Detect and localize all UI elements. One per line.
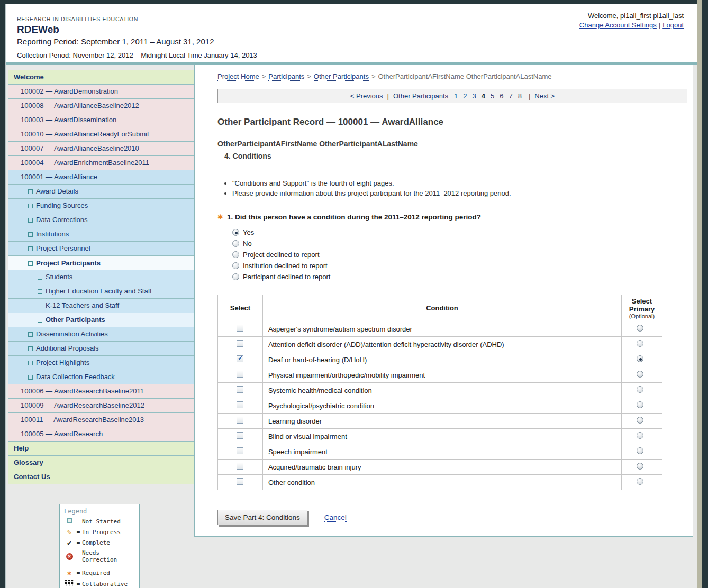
sidebar-item-welcome[interactable]: Welcome bbox=[8, 70, 195, 85]
primary-radio-selected[interactable] bbox=[637, 355, 643, 362]
primary-radio[interactable] bbox=[637, 478, 643, 485]
condition-question: ✱1. Did this person have a condition dur… bbox=[217, 213, 687, 221]
condition-checkbox[interactable] bbox=[237, 325, 243, 332]
sidebar-item-100005-awardresearch[interactable]: 100005 — AwardResearch bbox=[8, 427, 195, 442]
breadcrumb-link-participants[interactable]: Participants bbox=[268, 72, 304, 81]
breadcrumb-link-project-home[interactable]: Project Home bbox=[217, 72, 259, 81]
condition-option-no[interactable]: No bbox=[232, 240, 687, 247]
main-content: Project Home>Participants>Other Particip… bbox=[195, 65, 693, 525]
sidebar-item-label: 100010 — AwardAllianceReadyForSubmit bbox=[21, 130, 149, 138]
condition-checkbox[interactable] bbox=[237, 340, 243, 347]
condition-option-institution-declined-to-report[interactable]: Institution declined to report bbox=[232, 262, 687, 270]
radio-button[interactable] bbox=[232, 262, 239, 269]
condition-checkbox[interactable] bbox=[237, 463, 243, 470]
sidebar-item-100008-awardalliancebaseline2012[interactable]: 100008 — AwardAllianceBaseline2012 bbox=[8, 99, 195, 113]
condition-checkbox[interactable] bbox=[237, 386, 243, 393]
sidebar-item-help[interactable]: Help bbox=[8, 442, 195, 456]
select-column-header: Select bbox=[218, 295, 263, 321]
program-name: RESEARCH IN DISABILITIES EDUCATION bbox=[17, 16, 257, 22]
pagination-page-1-link[interactable]: 1 bbox=[454, 92, 458, 100]
primary-radio[interactable] bbox=[637, 417, 643, 424]
sidebar-item-label: 100005 — AwardResearch bbox=[21, 430, 103, 438]
primary-column-header: Select Primary (Optional) bbox=[622, 295, 662, 321]
main-panel: Project Home>Participants>Other Particip… bbox=[194, 65, 693, 537]
sidebar-item-label: Contact Us bbox=[14, 473, 50, 481]
page-note: "Conditions and Support" is the fourth o… bbox=[232, 179, 687, 187]
sidebar-item-label: Institutions bbox=[36, 230, 69, 238]
condition-checkbox[interactable] bbox=[237, 447, 243, 454]
primary-radio[interactable] bbox=[637, 340, 643, 347]
pagination-page-2-link[interactable]: 2 bbox=[463, 92, 467, 100]
sidebar-item-100002-awarddemonstration[interactable]: 100002 — AwardDemonstration bbox=[8, 85, 195, 99]
legend-item-collaborative: =Collaborative bbox=[64, 580, 135, 588]
sidebar-item-dissemination-activities[interactable]: Dissemination Activities bbox=[8, 327, 195, 342]
links-separator: | bbox=[659, 21, 660, 29]
sidebar-item-label: 100006 — AwardResearchBaseline2011 bbox=[21, 387, 144, 395]
pagination-page-6-link[interactable]: 6 bbox=[500, 92, 503, 100]
sidebar-item-project-personnel[interactable]: Project Personnel bbox=[8, 242, 195, 256]
sidebar-item-institutions[interactable]: Institutions bbox=[8, 227, 195, 242]
sidebar-item-100009-awardresearchbaseline2012[interactable]: 100009 — AwardResearchBaseline2012 bbox=[8, 399, 195, 413]
sidebar-item-100010-awardalliancereadyforsubmit[interactable]: 100010 — AwardAllianceReadyForSubmit bbox=[8, 127, 195, 142]
logout-link[interactable]: Logout bbox=[662, 21, 684, 29]
primary-cell bbox=[622, 475, 662, 490]
sidebar-item-project-participants[interactable]: Project Participants bbox=[8, 256, 195, 270]
sidebar-item-award-details[interactable]: Award Details bbox=[8, 185, 195, 199]
pagination-page-8-link[interactable]: 8 bbox=[518, 92, 522, 100]
sidebar-item-data-corrections[interactable]: Data Corrections bbox=[8, 213, 195, 227]
pagination-group-link[interactable]: Other Participants bbox=[393, 92, 448, 100]
pagination-page-5-link[interactable]: 5 bbox=[491, 92, 494, 100]
primary-radio[interactable] bbox=[637, 463, 643, 470]
primary-radio[interactable] bbox=[637, 401, 643, 408]
sidebar-item-data-collection-feedback[interactable]: Data Collection Feedback bbox=[8, 370, 195, 384]
radio-button[interactable] bbox=[232, 240, 239, 247]
condition-option-yes[interactable]: Yes bbox=[232, 228, 687, 236]
sidebar-item-100003-awarddissemination[interactable]: 100003 — AwardDissemination bbox=[8, 113, 195, 127]
change-account-settings-link[interactable]: Change Account Settings bbox=[579, 21, 657, 29]
collection-period: Collection Period: November 12, 2012 – M… bbox=[17, 51, 257, 59]
sidebar-item-100011-awardresearchbaseline2013[interactable]: 100011 — AwardResearchBaseline2013 bbox=[8, 413, 195, 427]
legend-item-label: Complete bbox=[82, 539, 110, 546]
condition-option-project-declined-to-report[interactable]: Project declined to report bbox=[232, 251, 687, 259]
sidebar-item-project-highlights[interactable]: Project Highlights bbox=[8, 356, 195, 370]
sidebar-item-contact-us[interactable]: Contact Us bbox=[8, 470, 195, 484]
primary-radio[interactable] bbox=[637, 386, 643, 393]
radio-option-label: Project declined to report bbox=[243, 251, 320, 259]
pagination-page-7-link[interactable]: 7 bbox=[509, 92, 512, 100]
pagination-next-link[interactable]: Next > bbox=[534, 92, 555, 100]
condition-checkbox-checked[interactable] bbox=[237, 355, 243, 362]
radio-button-selected[interactable] bbox=[232, 229, 239, 236]
sidebar-item-100007-awardalliancebaseline2010[interactable]: 100007 — AwardAllianceBaseline2010 bbox=[8, 142, 195, 156]
pagination-page-3-link[interactable]: 3 bbox=[472, 92, 476, 100]
sidebar-item-funding-sources[interactable]: Funding Sources bbox=[8, 199, 195, 213]
radio-button[interactable] bbox=[232, 251, 239, 258]
primary-radio[interactable] bbox=[637, 325, 643, 332]
not-started-icon bbox=[28, 189, 33, 194]
sidebar-item-additional-proposals[interactable]: Additional Proposals bbox=[8, 342, 195, 356]
condition-checkbox[interactable] bbox=[237, 371, 243, 378]
sidebar-item-glossary[interactable]: Glossary bbox=[8, 456, 195, 470]
primary-radio[interactable] bbox=[637, 447, 643, 454]
primary-radio[interactable] bbox=[637, 371, 643, 378]
condition-checkbox[interactable] bbox=[237, 417, 243, 424]
sidebar-item-label: Award Details bbox=[36, 187, 78, 195]
sidebar-item-other-participants[interactable]: Other Participants bbox=[8, 313, 195, 327]
sidebar-item-100006-awardresearchbaseline2011[interactable]: 100006 — AwardResearchBaseline2011 bbox=[8, 384, 195, 399]
pagination-previous-link[interactable]: < Previous bbox=[350, 92, 383, 100]
condition-checkbox[interactable] bbox=[237, 432, 243, 439]
condition-checkbox[interactable] bbox=[237, 478, 243, 485]
condition-option-participant-declined-to-report[interactable]: Participant declined to report bbox=[232, 273, 687, 281]
primary-radio[interactable] bbox=[637, 432, 643, 439]
condition-checkbox[interactable] bbox=[237, 401, 243, 408]
legend-equals: = bbox=[75, 553, 82, 560]
cancel-link[interactable]: Cancel bbox=[324, 513, 347, 522]
save-button[interactable]: Save Part 4: Conditions bbox=[217, 510, 307, 525]
sidebar-item-k-12-teachers-and-staff[interactable]: K-12 Teachers and Staff bbox=[8, 299, 195, 313]
sidebar-item-higher-education-faculty-and-staff[interactable]: Higher Education Faculty and Staff bbox=[8, 284, 195, 299]
sidebar-item-100001-awardalliance[interactable]: 100001 — AwardAlliance bbox=[8, 170, 195, 185]
breadcrumb-link-other-participants[interactable]: Other Participants bbox=[314, 72, 369, 81]
sidebar-item-100004-awardenrichmentbaseline2011[interactable]: 100004 — AwardEnrichmentBaseline2011 bbox=[8, 156, 195, 170]
radio-button[interactable] bbox=[232, 273, 239, 280]
table-row-asperger-s-syndrome-autism-spectrum-disorder: Asperger's syndrome/autism spectrum diso… bbox=[218, 321, 662, 337]
sidebar-item-students[interactable]: Students bbox=[8, 270, 195, 284]
